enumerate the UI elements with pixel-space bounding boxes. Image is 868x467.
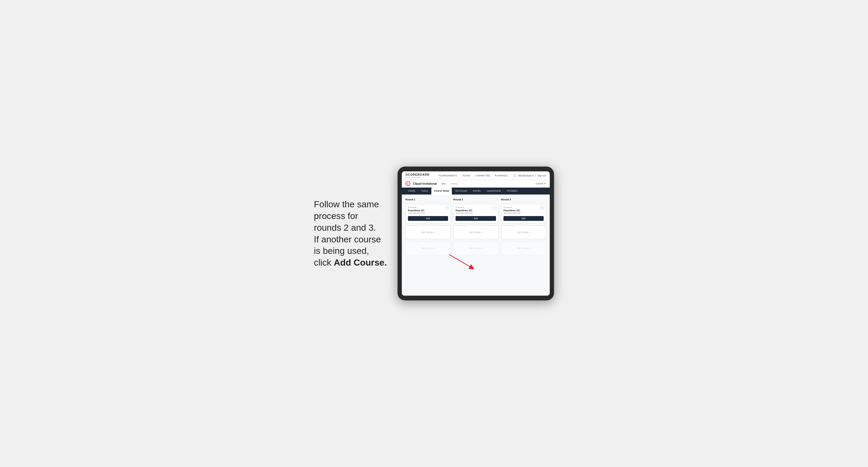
instruction-text: Follow the same process for rounds 2 and… xyxy=(314,198,387,268)
round-3-edit-button[interactable]: Edit xyxy=(503,216,544,221)
round-1-add-course-1[interactable]: Add Course + xyxy=(406,225,451,239)
cancel-button[interactable]: Cancel ✕ xyxy=(536,182,546,185)
round-2-course-details: Yellow (M) (6629 yds) xyxy=(456,212,496,214)
round-2-column: Round 2 ✕ (Course A) Peachtree GC Yellow… xyxy=(453,198,498,255)
round-1-column: Round 1 ✕ (Course A) Peachtree GC Yellow… xyxy=(406,198,451,255)
gender-badge: Men xyxy=(441,182,446,185)
plus-icon-4: + xyxy=(482,247,483,250)
tab-teams[interactable]: Teams xyxy=(418,188,431,194)
sign-out-link[interactable]: Sign out xyxy=(537,174,546,177)
round-3-course-name: Peachtree GC xyxy=(503,209,544,212)
separator: | xyxy=(535,174,536,177)
nav-teams[interactable]: TEAMS xyxy=(461,173,471,178)
tab-bar: Details Teams Course Setup Tee Groups Re… xyxy=(402,188,550,194)
tab-leaderboards[interactable]: Leaderboards xyxy=(484,188,504,194)
instruction-line3: rounds 2 and 3. xyxy=(314,223,376,232)
user-avatar xyxy=(513,174,517,178)
round-3-column: Round 3 ✕ (Course A) Peachtree GC Yellow… xyxy=(501,198,546,255)
subtitle-bar: C Clippd Invitational Men Hosting Cancel… xyxy=(402,180,550,188)
instruction-line4: If another course xyxy=(314,235,381,244)
tablet-frame: SCOREBOARD Powered by clippd TOURNAMENTS… xyxy=(398,166,554,301)
round-2-add-course-2: Add Course + xyxy=(453,241,498,255)
round-1-course-card: ✕ (Course A) Peachtree GC Yellow (M) (66… xyxy=(406,204,451,223)
scoreboard-logo: SCOREBOARD xyxy=(406,173,430,176)
instruction-line5: is being used, xyxy=(314,246,369,256)
nav-committee[interactable]: COMMITTEE xyxy=(475,173,491,178)
round-1-edit-button[interactable]: Edit xyxy=(408,216,448,221)
plus-icon-5: + xyxy=(529,231,531,234)
instruction-line1: Follow the same xyxy=(314,199,379,209)
instruction-line6: click xyxy=(314,257,334,268)
page-wrapper: Follow the same process for rounds 2 and… xyxy=(261,166,607,301)
tab-tee-groups[interactable]: Tee Groups xyxy=(452,188,470,194)
round-3-add-course-2: Add Course + xyxy=(501,241,546,255)
round-1-course-name: Peachtree GC xyxy=(408,209,448,212)
round-2-title: Round 2 xyxy=(453,198,498,201)
tab-printables[interactable]: Printables xyxy=(504,188,520,194)
user-email: blair@clippd.io xyxy=(518,174,534,177)
plus-icon: + xyxy=(433,231,435,234)
nav-links: TOURNAMENTS TEAMS COMMITTEE RANKINGS xyxy=(438,173,508,178)
plus-icon-6: + xyxy=(529,247,531,250)
tab-course-setup[interactable]: Course Setup xyxy=(431,188,452,194)
round-2-add-course-1[interactable]: Add Course + xyxy=(453,225,498,239)
nav-right: blair@clippd.io | Sign out xyxy=(513,174,546,178)
round-1-course-details: Yellow (M) (6629 yds) xyxy=(408,212,448,214)
round-3-add-course-1[interactable]: Add Course + xyxy=(501,225,546,239)
plus-icon-3: + xyxy=(482,231,483,234)
instruction-line2: process for xyxy=(314,211,358,221)
plus-icon-2: + xyxy=(433,247,435,250)
round-2-course-label: (Course A) xyxy=(456,207,496,208)
nav-rankings[interactable]: RANKINGS xyxy=(494,173,508,178)
round-1-title: Round 1 xyxy=(406,198,451,201)
round-2-edit-button[interactable]: Edit xyxy=(456,216,496,221)
round-3-title: Round 3 xyxy=(501,198,546,201)
round-3-delete-icon[interactable]: ✕ xyxy=(540,206,544,210)
clippd-logo-icon: C xyxy=(406,181,410,186)
round-1-add-course-2: Add Course + xyxy=(406,241,451,255)
logo-area: SCOREBOARD Powered by clippd xyxy=(406,173,430,178)
round-2-course-card: ✕ (Course A) Peachtree GC Yellow (M) (66… xyxy=(453,204,498,223)
rounds-container: Round 1 ✕ (Course A) Peachtree GC Yellow… xyxy=(406,198,546,255)
hosting-badge: Hosting xyxy=(450,183,457,185)
tournament-name: Clippd Invitational xyxy=(413,182,437,185)
round-2-delete-icon[interactable]: ✕ xyxy=(493,206,497,210)
round-2-course-name: Peachtree GC xyxy=(456,209,496,212)
top-nav: SCOREBOARD Powered by clippd TOURNAMENTS… xyxy=(402,172,550,180)
tab-details[interactable]: Details xyxy=(406,188,418,194)
round-3-course-label: (Course A) xyxy=(503,207,544,208)
round-3-course-card: ✕ (Course A) Peachtree GC Yellow (M) (66… xyxy=(501,204,546,223)
round-1-course-label: (Course A) xyxy=(408,207,448,208)
main-content: Round 1 ✕ (Course A) Peachtree GC Yellow… xyxy=(402,194,550,295)
nav-tournaments[interactable]: TOURNAMENTS xyxy=(438,173,458,178)
tab-results[interactable]: Results xyxy=(470,188,483,194)
round-3-course-details: Yellow (M) (6629 yds) xyxy=(503,212,544,214)
powered-by: Powered by clippd xyxy=(406,176,430,178)
tablet-screen: SCOREBOARD Powered by clippd TOURNAMENTS… xyxy=(402,172,550,295)
instruction-bold: Add Course. xyxy=(334,257,387,268)
round-1-delete-icon[interactable]: ✕ xyxy=(445,206,448,210)
cancel-icon: ✕ xyxy=(544,182,546,185)
